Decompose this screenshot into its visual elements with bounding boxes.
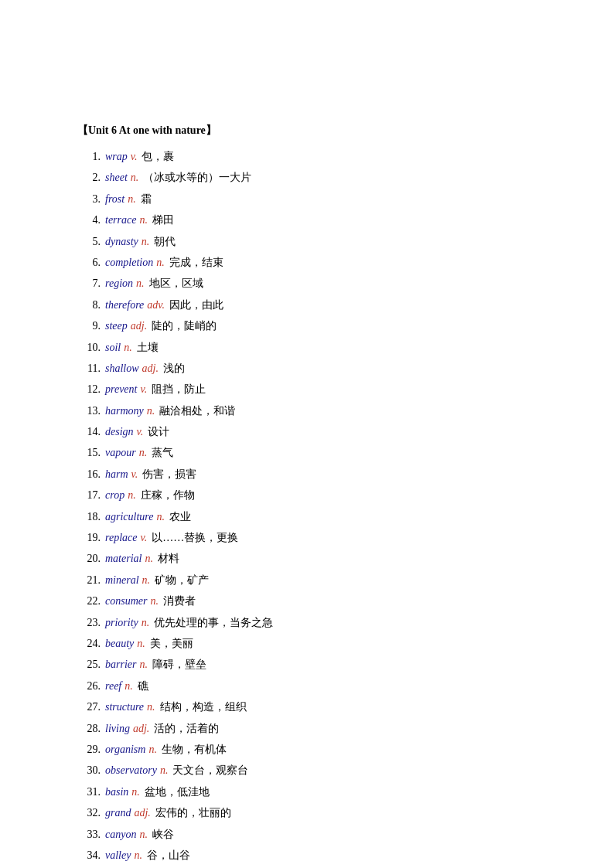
- word-number: 4.: [77, 212, 101, 229]
- word-number: 5.: [77, 233, 101, 250]
- list-item: 15.vapourn.蒸气: [77, 444, 537, 461]
- word-definition: 天文台，观察台: [172, 762, 248, 779]
- word-definition: 农业: [169, 509, 191, 526]
- word-definition: （冰或水等的）一大片: [143, 169, 251, 186]
- word-definition: 美，美丽: [150, 635, 193, 652]
- word-pos: n.: [142, 614, 150, 631]
- word-pos: adj.: [131, 318, 147, 335]
- list-item: 26.reefn.礁: [77, 678, 537, 695]
- word-definition: 因此，由此: [169, 297, 223, 314]
- word-list: 1.wrapv.包，裹2.sheetn.（冰或水等的）一大片3.frostn.霜…: [77, 148, 537, 868]
- word-number: 22.: [77, 593, 101, 610]
- word-term: prevent: [105, 381, 137, 398]
- list-item: 20.materialn.材料: [77, 550, 537, 567]
- word-definition: 完成，结束: [169, 254, 223, 271]
- word-definition: 结构，构造，组织: [160, 699, 247, 716]
- word-definition: 伤害，损害: [142, 466, 196, 483]
- list-item: 7.regionn.地区，区域: [77, 275, 537, 292]
- word-definition: 蒸气: [152, 444, 173, 461]
- word-term: steep: [105, 318, 128, 335]
- word-number: 21.: [77, 572, 101, 589]
- word-number: 33.: [77, 826, 101, 843]
- word-pos: adj.: [142, 360, 159, 377]
- list-item: 17.cropn.庄稼，作物: [77, 487, 537, 504]
- word-term: barrier: [105, 656, 136, 673]
- list-item: 11.shallowadj.浅的: [77, 360, 537, 377]
- list-item: 31.basinn.盆地，低洼地: [77, 784, 537, 801]
- list-item: 29.organismn.生物，有机体: [77, 741, 537, 758]
- word-pos: n.: [131, 784, 140, 801]
- word-definition: 优先处理的事，当务之急: [154, 614, 273, 631]
- word-definition: 阻挡，防止: [152, 381, 206, 398]
- word-pos: n.: [128, 191, 136, 208]
- list-item: 19.replacev.以……替换，更换: [77, 529, 537, 546]
- word-term: vapour: [105, 444, 136, 461]
- word-pos: n.: [156, 254, 165, 271]
- word-number: 2.: [77, 169, 101, 186]
- word-term: organism: [105, 741, 145, 758]
- word-term: mineral: [105, 572, 139, 589]
- word-number: 19.: [77, 529, 101, 546]
- word-pos: n.: [139, 656, 148, 673]
- list-item: 27.structuren.结构，构造，组织: [77, 699, 537, 716]
- word-pos: n.: [150, 593, 159, 610]
- word-term: completion: [105, 254, 153, 271]
- word-definition: 宏伟的，壮丽的: [155, 805, 231, 822]
- word-number: 1.: [77, 148, 101, 165]
- word-term: harmony: [105, 403, 144, 420]
- word-definition: 庄稼，作物: [141, 487, 195, 504]
- word-number: 9.: [77, 318, 101, 335]
- word-pos: v.: [131, 466, 138, 483]
- list-item: 10.soiln.土壤: [77, 339, 537, 356]
- word-term: terrace: [105, 212, 136, 229]
- list-item: 28.livingadj.活的，活着的: [77, 720, 537, 737]
- word-pos: v.: [140, 529, 147, 546]
- word-number: 10.: [77, 339, 101, 356]
- word-term: reef: [105, 678, 121, 695]
- word-number: 6.: [77, 254, 101, 271]
- list-item: 23.priorityn.优先处理的事，当务之急: [77, 614, 537, 631]
- word-pos: n.: [131, 169, 139, 186]
- list-item: 34.valleyn.谷，山谷: [77, 847, 537, 864]
- word-definition: 浅的: [163, 360, 185, 377]
- word-pos: adj.: [134, 805, 150, 822]
- word-term: basin: [105, 784, 128, 801]
- word-definition: 矿物，矿产: [155, 572, 209, 589]
- word-definition: 陡的，陡峭的: [152, 318, 217, 335]
- list-item: 5.dynastyn.朝代: [77, 233, 537, 250]
- list-item: 16.harmv.伤害，损害: [77, 466, 537, 483]
- word-number: 30.: [77, 762, 101, 779]
- word-number: 23.: [77, 614, 101, 631]
- word-number: 27.: [77, 699, 101, 716]
- word-definition: 融洽相处，和谐: [159, 403, 235, 420]
- list-item: 4.terracen.梯田: [77, 212, 537, 229]
- list-item: 8.thereforeadv.因此，由此: [77, 297, 537, 314]
- word-definition: 地区，区域: [149, 275, 203, 292]
- word-number: 34.: [77, 847, 101, 864]
- word-definition: 盆地，低洼地: [145, 784, 210, 801]
- word-pos: n.: [148, 741, 157, 758]
- word-pos: n.: [137, 635, 145, 652]
- word-definition: 谷，山谷: [147, 847, 190, 864]
- word-pos: n.: [139, 826, 148, 843]
- word-definition: 生物，有机体: [162, 741, 227, 758]
- word-term: dynasty: [105, 233, 138, 250]
- word-pos: n.: [142, 233, 150, 250]
- word-term: crop: [105, 487, 125, 504]
- word-term: structure: [105, 699, 144, 716]
- word-term: harm: [105, 466, 128, 483]
- word-pos: n.: [147, 403, 155, 420]
- word-definition: 梯田: [152, 212, 174, 229]
- word-pos: n.: [147, 699, 155, 716]
- word-number: 31.: [77, 784, 101, 801]
- word-pos: n.: [128, 487, 136, 504]
- word-term: region: [105, 275, 133, 292]
- word-pos: n.: [139, 212, 148, 229]
- word-definition: 朝代: [154, 233, 176, 250]
- word-pos: n.: [134, 847, 142, 864]
- word-number: 13.: [77, 403, 101, 420]
- word-term: beauty: [105, 635, 134, 652]
- word-definition: 设计: [148, 424, 169, 441]
- word-term: agriculture: [105, 509, 153, 526]
- list-item: 18.agriculturen.农业: [77, 509, 537, 526]
